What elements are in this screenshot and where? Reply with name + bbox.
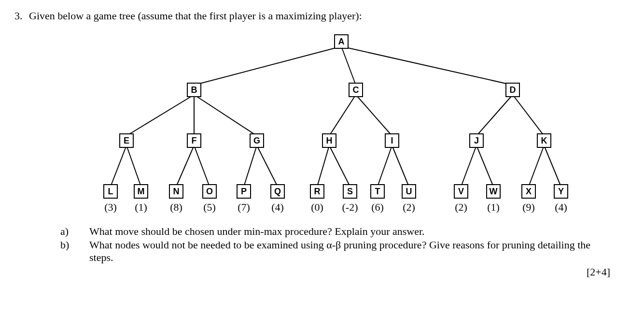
node-a: A xyxy=(334,34,349,49)
node-k: K xyxy=(537,133,551,148)
leaf-r: R xyxy=(310,184,324,199)
part-a-label: a) xyxy=(60,225,89,238)
svg-line-22 xyxy=(529,145,544,187)
value-n: (8) xyxy=(170,201,182,214)
leaf-t: T xyxy=(370,184,385,199)
question-header: 3. Given below a game tree (assume that … xyxy=(14,10,630,22)
svg-line-3 xyxy=(126,95,194,136)
node-j: J xyxy=(469,133,484,148)
value-w: (1) xyxy=(487,201,500,214)
value-l: (3) xyxy=(104,201,117,214)
value-t: (6) xyxy=(371,201,384,214)
svg-line-17 xyxy=(329,145,350,187)
value-p: (7) xyxy=(238,201,250,214)
leaf-w: W xyxy=(486,184,501,199)
leaf-q: Q xyxy=(270,184,285,199)
question-parts: a) What move should be chosen under min-… xyxy=(60,225,610,264)
value-u: (2) xyxy=(403,201,415,214)
leaf-l: L xyxy=(103,184,118,199)
svg-line-6 xyxy=(329,95,356,136)
node-d: D xyxy=(505,83,520,97)
value-m: (1) xyxy=(135,201,147,214)
leaf-s: S xyxy=(343,184,357,199)
svg-line-19 xyxy=(392,145,409,187)
svg-line-11 xyxy=(126,145,141,187)
node-h: H xyxy=(322,133,336,148)
svg-line-7 xyxy=(356,95,392,136)
svg-line-0 xyxy=(194,46,341,85)
node-e: E xyxy=(119,133,134,148)
node-g: G xyxy=(250,133,264,148)
leaf-n: N xyxy=(169,184,183,199)
leaf-y: Y xyxy=(554,184,568,199)
leaf-v: V xyxy=(454,184,468,199)
value-o: (5) xyxy=(203,201,216,214)
svg-line-21 xyxy=(476,145,493,187)
part-b-label: b) xyxy=(60,239,89,264)
svg-line-18 xyxy=(378,145,392,187)
svg-line-2 xyxy=(341,46,513,85)
node-i: I xyxy=(385,133,399,148)
part-a: a) What move should be chosen under min-… xyxy=(60,225,610,238)
value-q: (4) xyxy=(271,201,284,214)
svg-line-13 xyxy=(194,145,210,187)
value-x: (9) xyxy=(522,201,535,214)
svg-line-20 xyxy=(461,145,476,187)
svg-line-16 xyxy=(317,145,329,187)
leaf-x: X xyxy=(521,184,536,199)
svg-line-12 xyxy=(176,145,194,187)
svg-line-9 xyxy=(513,95,544,136)
value-s: (-2) xyxy=(342,201,358,214)
node-b: B xyxy=(187,83,201,97)
leaf-p: P xyxy=(237,184,251,199)
marks-allocation: [2+4] xyxy=(14,266,610,278)
part-b-text: What nodes would not be needed to be exa… xyxy=(89,239,610,264)
node-f: F xyxy=(187,133,201,148)
leaf-u: U xyxy=(402,184,416,199)
svg-line-15 xyxy=(257,145,278,187)
svg-line-5 xyxy=(194,95,257,136)
game-tree: A B C D E F G H I J K L M N O P Q R S T … xyxy=(56,27,588,216)
svg-line-23 xyxy=(544,145,561,187)
svg-line-1 xyxy=(341,46,356,85)
svg-line-10 xyxy=(111,145,126,187)
node-c: C xyxy=(349,83,363,97)
question-number: 3. xyxy=(14,10,29,22)
question-stem: Given below a game tree (assume that the… xyxy=(29,10,362,22)
value-y: (4) xyxy=(555,201,567,214)
part-a-text: What move should be chosen under min-max… xyxy=(89,225,610,238)
value-r: (0) xyxy=(311,201,323,214)
part-b: b) What nodes would not be needed to be … xyxy=(60,239,610,264)
svg-line-8 xyxy=(476,95,513,136)
leaf-o: O xyxy=(202,184,217,199)
leaf-m: M xyxy=(134,184,148,199)
svg-line-14 xyxy=(244,145,257,187)
value-v: (2) xyxy=(455,201,467,214)
